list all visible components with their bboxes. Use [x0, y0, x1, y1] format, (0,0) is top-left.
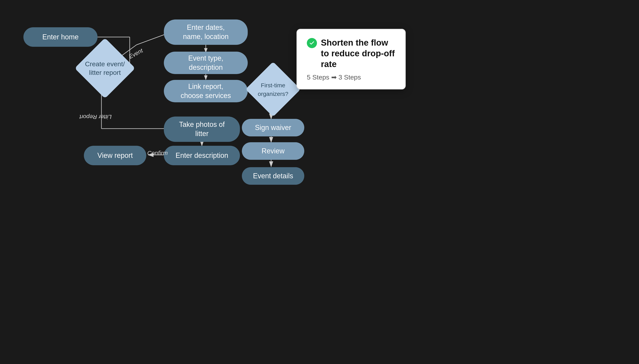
flowchart: Enter home Create event/ litter report E…	[0, 0, 639, 364]
create-event-node: Create event/ litter report	[75, 38, 135, 98]
litter-report-label: Litter Report	[92, 101, 99, 133]
enter-dates-node: Enter dates, name, location	[164, 20, 248, 45]
review-node: Review	[242, 142, 304, 160]
tooltip-header: Shorten the flow to reduce drop-off rate	[307, 37, 395, 69]
first-time-node: First-timeorganizers?	[246, 62, 301, 117]
check-icon	[307, 38, 317, 48]
enter-description-node: Enter description	[164, 146, 240, 165]
event-type-node: Event type, description	[164, 52, 248, 74]
tooltip-subtitle: 5 Steps ➡ 3 Steps	[307, 73, 395, 81]
event-label: Event	[128, 47, 144, 60]
enter-home-node: Enter home	[24, 27, 98, 47]
confirm-label: Confirm	[147, 150, 168, 156]
tooltip-title: Shorten the flow to reduce drop-off rate	[321, 37, 395, 69]
event-details-node: Event details	[242, 167, 304, 185]
take-photos-node: Take photos of litter	[164, 116, 240, 142]
tooltip-card: Shorten the flow to reduce drop-off rate…	[296, 29, 406, 90]
view-report-node: View report	[84, 146, 146, 165]
link-report-node: Link report, choose services	[164, 80, 248, 102]
sign-waiver-node: Sign waiver	[242, 119, 304, 136]
